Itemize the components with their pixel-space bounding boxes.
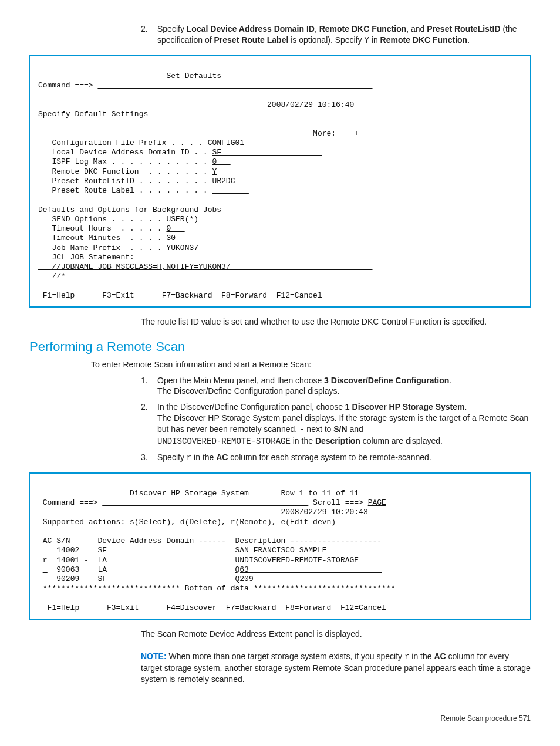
- bg-jobs-heading: Defaults and Options for Background Jobs: [38, 205, 221, 214]
- after-panel-2-text: The Scan Remote Device Address Extent pa…: [29, 629, 531, 640]
- ac-input[interactable]: r: [43, 556, 48, 565]
- section-heading: Performing a Remote Scan: [29, 338, 531, 356]
- jcl-statement-2[interactable]: //*: [38, 272, 373, 281]
- panel-title: Set Defaults: [38, 72, 221, 80]
- ac-input[interactable]: _: [43, 565, 48, 574]
- step-2: 2. Specify Local Device Address Domain I…: [29, 23, 531, 46]
- description-field: Q63: [235, 565, 382, 574]
- more-indicator: More: +: [38, 129, 359, 138]
- scroll-label: Scroll ===>: [308, 498, 367, 507]
- specify-label: Specify Default Settings: [38, 110, 148, 119]
- ac-input[interactable]: _: [43, 575, 48, 583]
- function-keys: F1=Help F3=Exit F7=Backward F8=Forward F…: [38, 291, 322, 300]
- supported-actions: Supported actions: s(Select), d(Delete),…: [38, 518, 336, 526]
- ac-input[interactable]: _: [43, 546, 48, 555]
- rs-step-1: 1. Open the Main Menu panel, and then ch…: [29, 375, 531, 397]
- rs-step-3: 3. Specify r in the AC column for each s…: [29, 452, 531, 464]
- step-text: Open the Main Menu panel, and then choos…: [157, 375, 451, 397]
- note-block: NOTE: When more than one target storage …: [141, 646, 531, 690]
- command-label: Command ===>: [38, 81, 97, 90]
- description-field: Q209: [235, 575, 382, 583]
- function-keys: F1=Help F3=Exit F4=Discover F7=Backward …: [38, 603, 386, 612]
- intro-text: To enter Remote Scan information and sta…: [29, 359, 531, 370]
- description-field: SAN FRANCISCO SAMPLE: [235, 546, 382, 555]
- step-number: 3.: [141, 452, 157, 464]
- step-text: Specify Local Device Address Domain ID, …: [157, 23, 531, 46]
- discover-storage-panel: Discover HP Storage System Row 1 to 11 o…: [29, 472, 531, 621]
- command-input[interactable]: [102, 498, 308, 507]
- timeout-minutes-input[interactable]: 30: [166, 234, 176, 242]
- set-defaults-panel: Set Defaults Command ===> 2008/02/29 10:…: [29, 55, 531, 308]
- local-domain-id-input[interactable]: SF: [212, 148, 322, 157]
- command-input[interactable]: [97, 81, 372, 90]
- config-file-prefix-input[interactable]: CONFIG01: [208, 139, 276, 147]
- panel-title: Discover HP Storage System Row 1 to 11 o…: [38, 489, 359, 498]
- timeout-hours-input[interactable]: 0: [166, 224, 184, 233]
- jcl-label: JCL JOB Statement:: [38, 253, 134, 262]
- description-field: UNDISCOVERED-REMOTE-STORAGE: [235, 556, 382, 565]
- rs-step-2: 2. In the Discover/Define Configuration …: [29, 401, 531, 447]
- send-options-input[interactable]: USER(*): [166, 215, 262, 224]
- step-number: 2.: [141, 23, 157, 46]
- after-panel-1-text: The route list ID value is set and wheth…: [29, 316, 531, 328]
- bottom-of-data: ****************************** Bottom of…: [38, 584, 396, 593]
- column-headers: AC S/N Device Address Domain ------ Desc…: [38, 536, 382, 545]
- preset-route-label-input[interactable]: [212, 186, 248, 195]
- step-text: Specify r in the AC column for each stor…: [157, 452, 431, 464]
- preset-routelistid-input[interactable]: UR2DC: [212, 177, 248, 185]
- job-name-prefix-input[interactable]: YUKON37: [166, 244, 198, 252]
- panel-datetime: 2008/02/29 10:20:43: [38, 508, 368, 517]
- scroll-input[interactable]: PAGE: [368, 498, 386, 507]
- step-number: 1.: [141, 375, 157, 397]
- note-label: NOTE:: [141, 652, 167, 661]
- remote-dkc-function-input[interactable]: Y: [212, 167, 217, 176]
- command-label: Command ===>: [38, 498, 102, 507]
- step-text: In the Discover/Define Configuration pan…: [157, 401, 531, 447]
- step-number: 2.: [141, 401, 157, 447]
- page-footer: Remote Scan procedure 571: [29, 714, 531, 723]
- ispf-log-max-input[interactable]: 0: [212, 157, 230, 166]
- jcl-statement-1[interactable]: //JOBNAME JOB MSGCLASS=H,NOTIFY=YUKON37: [38, 262, 373, 271]
- panel-datetime: 2008/02/29 10:16:40: [38, 100, 354, 109]
